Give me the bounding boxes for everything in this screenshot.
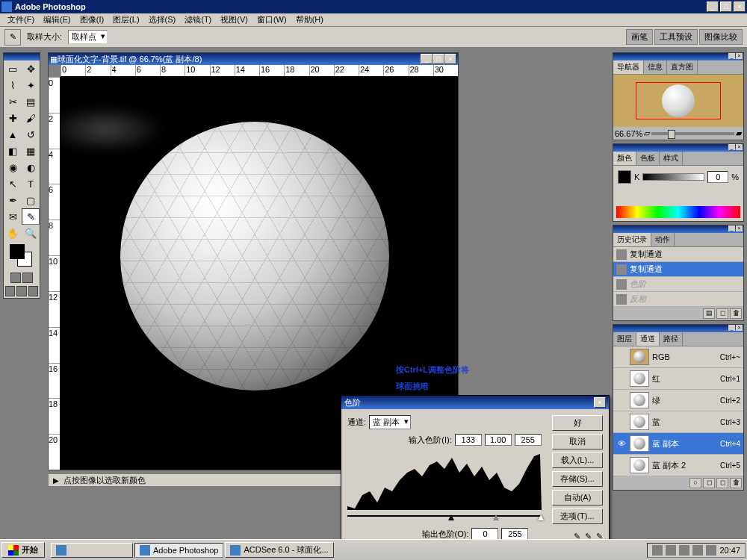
minimize-button[interactable]: _ bbox=[707, 1, 719, 12]
eyedropper-tool[interactable]: ✎ bbox=[22, 208, 40, 225]
ruler-vertical[interactable]: 02468101214161820 bbox=[49, 77, 61, 470]
hand-tool[interactable]: ✋ bbox=[4, 225, 22, 241]
doc-close[interactable]: × bbox=[444, 54, 456, 64]
channel-dropdown[interactable]: 蓝 副本 bbox=[369, 415, 411, 429]
stamp-tool[interactable]: ▲ bbox=[4, 126, 22, 143]
zoom-out-icon[interactable]: ▱ bbox=[644, 128, 650, 138]
task-photoshop[interactable]: Adobe Photoshop bbox=[134, 543, 223, 558]
k-slider[interactable] bbox=[642, 173, 704, 181]
screen-std[interactable] bbox=[5, 286, 15, 296]
tray-icon-4[interactable] bbox=[692, 545, 703, 556]
menu-file[interactable]: 文件(F) bbox=[3, 14, 39, 25]
zoom-slider[interactable] bbox=[651, 132, 734, 135]
delete-channel-icon[interactable]: 🗑 bbox=[730, 478, 742, 488]
visibility-icon[interactable] bbox=[616, 395, 627, 405]
eyedropper-icon[interactable]: ✎ bbox=[4, 29, 21, 46]
tab-styles[interactable]: 样式 bbox=[660, 152, 683, 165]
tab-navigator[interactable]: 导航器 bbox=[613, 60, 644, 74]
input-slider[interactable] bbox=[347, 513, 542, 520]
move-tool[interactable]: ✥ bbox=[22, 60, 40, 77]
channel-item[interactable]: 蓝 副本 2Ctrl+5 bbox=[613, 455, 743, 476]
channel-item[interactable]: 蓝Ctrl+3 bbox=[613, 411, 743, 433]
blur-tool[interactable]: ◉ bbox=[4, 159, 22, 175]
ok-button[interactable]: 好 bbox=[552, 415, 603, 431]
toolbox-titlebar[interactable] bbox=[4, 53, 40, 60]
tab-color[interactable]: 颜色 bbox=[613, 152, 636, 165]
brush-tool[interactable]: 🖌 bbox=[22, 110, 40, 126]
foreground-swatch[interactable] bbox=[10, 244, 25, 259]
document-titlebar[interactable]: ▦ 球面化文字-背景.tif @ 66.7%(蓝 副本/8) _ □ × bbox=[49, 53, 458, 65]
levels-titlebar[interactable]: 色阶 × bbox=[341, 396, 609, 409]
levels-close[interactable]: × bbox=[594, 397, 606, 408]
black-point-handle[interactable] bbox=[448, 514, 454, 520]
navigator-panelbar[interactable]: _× bbox=[613, 53, 743, 60]
new-channel-icon[interactable]: ◻ bbox=[716, 478, 728, 488]
input-gamma-field[interactable]: 1.00 bbox=[485, 434, 512, 446]
doc-maximize[interactable]: □ bbox=[433, 54, 444, 64]
notes-tool[interactable]: ✉ bbox=[4, 208, 22, 225]
k-value[interactable]: 0 bbox=[707, 171, 728, 183]
screen-full[interactable] bbox=[28, 286, 38, 296]
gradient-tool[interactable]: ▦ bbox=[22, 143, 40, 159]
tray-icon-1[interactable] bbox=[652, 545, 663, 556]
path-tool[interactable]: ↖ bbox=[4, 175, 22, 192]
start-button[interactable]: 开始 bbox=[1, 542, 45, 558]
tab-paths[interactable]: 路径 bbox=[660, 332, 683, 346]
channels-panelbar[interactable]: _× bbox=[613, 325, 743, 332]
standard-mode[interactable] bbox=[10, 273, 21, 283]
channel-item[interactable]: 红Ctrl+1 bbox=[613, 368, 743, 390]
heal-tool[interactable]: ✚ bbox=[4, 110, 22, 126]
history-item[interactable]: 反相 bbox=[613, 292, 743, 307]
new-doc-icon[interactable]: ◻ bbox=[716, 308, 728, 319]
visibility-icon[interactable] bbox=[616, 373, 627, 384]
menu-select[interactable]: 选择(S) bbox=[144, 14, 181, 25]
palette-tab-brushes[interactable]: 画笔 bbox=[626, 29, 653, 45]
zoom-tool[interactable]: 🔍 bbox=[22, 225, 40, 241]
channel-item[interactable]: RGBCtrl+~ bbox=[613, 346, 743, 368]
load-button[interactable]: 载入(L)... bbox=[552, 452, 603, 468]
tray-icon-3[interactable] bbox=[679, 545, 689, 556]
tab-histogram[interactable]: 直方图 bbox=[667, 60, 698, 74]
channel-item[interactable]: 👁蓝 副本Ctrl+4 bbox=[613, 433, 743, 455]
close-button[interactable]: × bbox=[734, 1, 746, 12]
auto-button[interactable]: 自动(A) bbox=[552, 490, 603, 505]
pen-tool[interactable]: ✒ bbox=[4, 192, 22, 208]
output-black-field[interactable]: 0 bbox=[471, 528, 498, 540]
load-selection-icon[interactable]: ○ bbox=[689, 478, 701, 488]
tray-icon-5[interactable] bbox=[706, 545, 716, 556]
visibility-icon[interactable] bbox=[616, 352, 627, 362]
options-button[interactable]: 选项(T)... bbox=[552, 508, 603, 524]
palette-tab-presets[interactable]: 工具预设 bbox=[654, 29, 698, 45]
crop-tool[interactable]: ✂ bbox=[4, 93, 22, 110]
tab-channels[interactable]: 通道 bbox=[636, 332, 660, 346]
wand-tool[interactable]: ✦ bbox=[22, 77, 40, 93]
quicklaunch[interactable] bbox=[51, 543, 133, 558]
zoom-in-icon[interactable]: ▰ bbox=[736, 128, 742, 138]
new-snapshot-icon[interactable]: ▤ bbox=[703, 308, 715, 319]
quickmask-mode[interactable] bbox=[22, 273, 33, 283]
tab-history[interactable]: 历史记录 bbox=[613, 233, 651, 246]
save-selection-icon[interactable]: ◻ bbox=[703, 478, 715, 488]
visibility-icon[interactable] bbox=[616, 417, 627, 427]
gamma-handle[interactable] bbox=[493, 514, 499, 520]
menu-view[interactable]: 视图(V) bbox=[216, 14, 252, 25]
clock[interactable]: 20:47 bbox=[719, 546, 740, 555]
palette-tab-compare[interactable]: 图像比较 bbox=[699, 29, 743, 45]
spectrum-bar[interactable] bbox=[616, 206, 740, 218]
channel-item[interactable]: 绿Ctrl+2 bbox=[613, 390, 743, 411]
system-tray[interactable]: 20:47 bbox=[647, 543, 746, 558]
navigator-thumbnail[interactable] bbox=[613, 75, 743, 127]
history-item[interactable]: 色阶 bbox=[613, 277, 743, 292]
history-brush-tool[interactable]: ↺ bbox=[22, 126, 40, 143]
tray-icon-2[interactable] bbox=[666, 545, 676, 556]
history-item[interactable]: 复制通道 bbox=[613, 262, 743, 277]
output-white-field[interactable]: 255 bbox=[501, 528, 528, 540]
color-panelbar[interactable]: _× bbox=[613, 144, 743, 152]
maximize-button[interactable]: □ bbox=[720, 1, 732, 12]
tab-actions[interactable]: 动作 bbox=[651, 233, 675, 246]
doc-minimize[interactable]: _ bbox=[421, 54, 433, 64]
input-black-field[interactable]: 133 bbox=[455, 434, 482, 446]
menu-edit[interactable]: 编辑(E) bbox=[39, 14, 75, 25]
shape-tool[interactable]: ▢ bbox=[22, 192, 40, 208]
zoom-value[interactable]: 66.67% bbox=[615, 129, 642, 138]
